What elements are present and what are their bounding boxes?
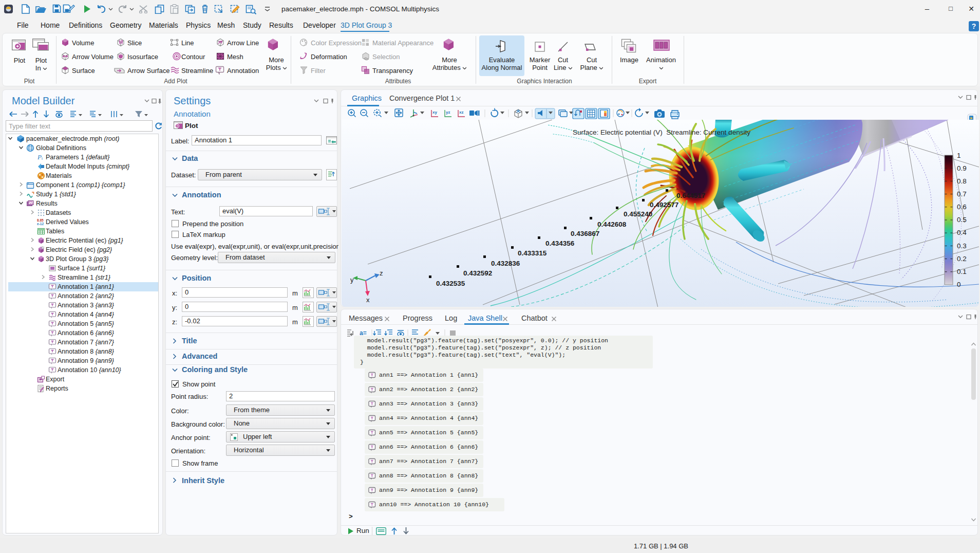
svg-text:0.433315: 0.433315 (518, 249, 547, 257)
svg-text:x: x (366, 296, 370, 304)
svg-text:0.432535: 0.432535 (436, 280, 465, 287)
svg-text:xy: xy (432, 110, 437, 115)
svg-text:0.432836: 0.432836 (491, 260, 520, 267)
svg-text:y: y (350, 276, 354, 284)
svg-text:0.3: 0.3 (957, 242, 967, 250)
svg-text:0.7: 0.7 (957, 190, 967, 198)
svg-text:0.1: 0.1 (957, 268, 967, 275)
svg-text:xz: xz (459, 110, 463, 115)
svg-text:0.5: 0.5 (957, 216, 967, 224)
svg-text:yz: yz (446, 110, 450, 115)
svg-text:0.9: 0.9 (957, 164, 967, 172)
svg-text:0.434356: 0.434356 (545, 239, 575, 247)
svg-text:0.2: 0.2 (957, 255, 967, 263)
svg-text:0.644517: 0.644517 (676, 192, 705, 199)
svg-text:0.492577: 0.492577 (650, 201, 679, 209)
svg-text:0.8: 0.8 (957, 177, 967, 185)
svg-text:z: z (380, 269, 383, 277)
svg-text:0.455240: 0.455240 (624, 210, 652, 218)
svg-text:0.6: 0.6 (957, 203, 967, 211)
svg-text:0: 0 (957, 281, 961, 288)
svg-text:0.432592: 0.432592 (463, 269, 492, 277)
svg-text:0.442608: 0.442608 (597, 220, 627, 228)
svg-text:Surface: Electric potential (V: Surface: Electric potential (V) Streamli… (573, 128, 750, 136)
svg-text:1: 1 (957, 152, 961, 159)
svg-text:0.436867: 0.436867 (571, 230, 599, 237)
svg-text:0.4: 0.4 (957, 229, 967, 236)
